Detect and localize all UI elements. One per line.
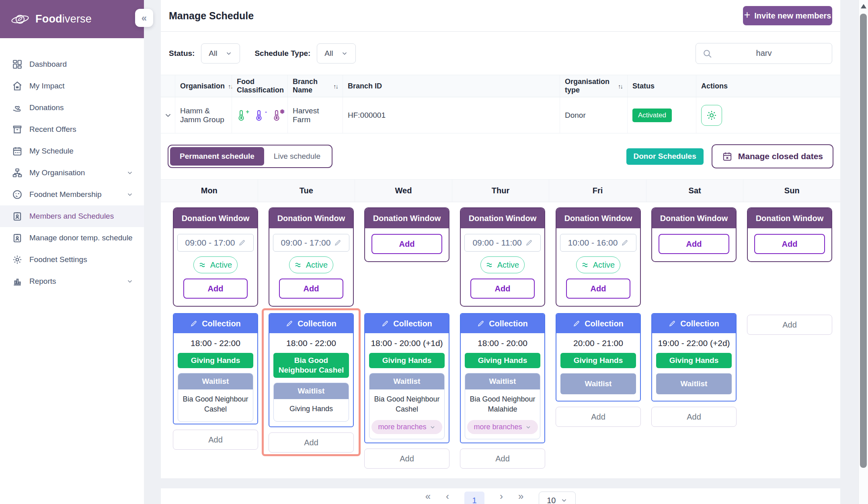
calendar-x-icon	[722, 151, 733, 162]
active-status-pill-thur[interactable]: Active	[480, 256, 525, 273]
sitemap-icon	[12, 168, 23, 178]
scrollbar-thumb[interactable]	[860, 14, 867, 468]
sidebar-item-foodnet-membership[interactable]: Foodnet Membership	[0, 184, 144, 205]
donation-add-button-sat[interactable]: Add	[659, 234, 729, 254]
home-icon	[12, 81, 23, 91]
collection-header-fri[interactable]: Collection	[556, 314, 640, 333]
collection-add-button-sat[interactable]: Add	[651, 407, 737, 427]
first-page-button[interactable]: «	[425, 491, 431, 502]
waitlist-badge: Waitlist	[274, 383, 349, 399]
branch-name-cell: Harvest Farm	[287, 97, 343, 133]
donation-add-button-sun[interactable]: Add	[754, 234, 825, 254]
donation-window-header: Donation Window	[652, 208, 736, 228]
donation-time-input-mon[interactable]: 09:00 - 17:00	[177, 234, 254, 252]
sidebar-item-my-organisation[interactable]: My Organisation	[0, 162, 144, 184]
active-status-pill-mon[interactable]: Active	[193, 256, 238, 273]
table-row: Hamm & Jamm Group +-❅ Harvest Farm HF:00…	[161, 97, 840, 133]
donation-time-input-fri[interactable]: 10:00 - 16:00	[560, 234, 636, 252]
row-settings-button[interactable]	[701, 105, 722, 126]
collection-time: 20:00 - 21:00	[556, 338, 640, 348]
sidebar-item-my-impact[interactable]: My Impact	[0, 75, 144, 97]
foodiverse-logo-icon	[10, 11, 30, 27]
collection-header-wed[interactable]: Collection	[365, 314, 449, 333]
collection-header-mon[interactable]: Collection	[174, 314, 257, 333]
sidebar-item-foodnet-settings[interactable]: Foodnet Settings	[0, 249, 144, 270]
current-page-button[interactable]: 1	[464, 492, 484, 504]
donation-add-button-thur[interactable]: Add	[470, 279, 535, 299]
sidebar-item-reports[interactable]: Reports	[0, 270, 144, 292]
manage-closed-dates-button[interactable]: Manage closed dates	[712, 144, 833, 168]
sort-arrows-icon[interactable]: ↑↓	[333, 83, 338, 90]
collection-add-button-wed[interactable]: Add	[364, 449, 449, 469]
sidebar-item-recent-offers[interactable]: Recent Offers	[0, 119, 144, 140]
schedule-column-sun: Donation Window AddAdd	[747, 207, 832, 335]
day-header-mon: Mon	[161, 180, 258, 202]
sidebar-item-donations[interactable]: Donations	[0, 97, 144, 119]
sidebar-item-manage-donor-temp-schedule[interactable]: Manage donor temp. schedule	[0, 227, 144, 249]
collection-add-button-fri[interactable]: Add	[556, 407, 641, 427]
assigned-branch-badge: Giving Hands	[465, 353, 540, 368]
sidebar-item-members-and-schedules[interactable]: Members and Schedules	[0, 205, 144, 227]
sidebar-item-dashboard[interactable]: Dashboard	[0, 53, 144, 75]
donation-add-button-fri[interactable]: Add	[566, 279, 630, 299]
active-status-pill-tue[interactable]: Active	[289, 256, 333, 273]
collection-add-button-mon[interactable]: Add	[173, 430, 258, 450]
page-size-select[interactable]: 10	[539, 492, 576, 504]
collection-header-tue[interactable]: Collection	[269, 314, 353, 333]
scrollbar[interactable]	[858, 0, 868, 504]
collection-card-mon: Collection 18:00 - 22:00 Giving Hands Wa…	[173, 313, 258, 424]
tab-permanent-schedule[interactable]: Permanent schedule	[170, 147, 264, 166]
column-header-branch-name: Branch Name↑↓	[287, 75, 343, 97]
sidebar-collapse-button[interactable]: «	[135, 9, 153, 27]
more-branches-toggle[interactable]: more branches	[467, 420, 538, 434]
wave-icon	[199, 262, 207, 268]
collection-header-thur[interactable]: Collection	[461, 314, 544, 333]
donation-add-button-mon[interactable]: Add	[183, 279, 248, 299]
app-root: Foodiverse Dashboard My Impact Donations…	[0, 0, 868, 504]
wave-icon	[295, 262, 303, 268]
search-input[interactable]	[696, 43, 832, 64]
collection-add-button-tue[interactable]: Add	[269, 432, 354, 453]
schedule-cards-area: Donation Window 09:00 - 17:00 Active Add…	[161, 202, 840, 479]
chevron-down-icon	[126, 169, 133, 176]
more-branches-toggle[interactable]: more branches	[371, 420, 442, 434]
collection-time: 18:00 - 20:00 (+1d)	[365, 338, 449, 348]
thermometer-chilled-icon: -	[254, 110, 263, 121]
collection-add-button-thur[interactable]: Add	[460, 449, 545, 469]
collection-card-fri: Collection 20:00 - 21:00 Giving HandsWai…	[556, 313, 641, 402]
waitlist-item: Bia Good Neighbour Malahide	[465, 389, 540, 416]
collection-header-sat[interactable]: Collection	[652, 314, 736, 333]
row-expander-chevron-icon[interactable]	[164, 111, 172, 120]
status-filter-select[interactable]: All	[201, 43, 240, 64]
previous-page-button[interactable]: ‹	[446, 491, 449, 502]
donation-time-input-thur[interactable]: 09:00 - 11:00	[464, 234, 541, 252]
pencil-icon	[525, 239, 533, 246]
scrollbar-up-arrow[interactable]	[861, 4, 866, 8]
donation-time-input-tue[interactable]: 09:00 - 17:00	[273, 234, 349, 252]
day-header-sun: Sun	[743, 180, 840, 202]
status-filter-label: Status:	[169, 49, 195, 58]
logo-wordmark: Foodiverse	[35, 13, 92, 25]
chevron-down-icon	[560, 497, 568, 504]
status-badge: Activated	[632, 109, 672, 122]
branch-id-cell: HF:000001	[343, 97, 560, 133]
tab-live-schedule[interactable]: Live schedule	[264, 147, 330, 166]
donation-add-button-wed[interactable]: Add	[371, 234, 442, 254]
waitlist-badge: Waitlist	[560, 373, 636, 394]
last-page-button[interactable]: »	[518, 491, 523, 502]
schedule-type-select[interactable]: All	[317, 43, 356, 64]
sidebar-item-my-schedule[interactable]: My Schedule	[0, 140, 144, 162]
donation-window-header: Donation Window	[174, 208, 257, 228]
day-header-tue: Tue	[258, 180, 355, 202]
sort-arrows-icon[interactable]: ↑↓	[618, 83, 622, 90]
table-header-row: Organisation↑↓Food ClassificationBranch …	[161, 75, 840, 97]
plus-icon: +	[744, 10, 751, 20]
schedule-column-wed: Donation Window Add Collection 18:00 - 2…	[364, 207, 449, 469]
collection-add-button-sun[interactable]: Add	[747, 315, 832, 335]
id-card-icon	[12, 211, 23, 221]
active-status-pill-fri[interactable]: Active	[576, 256, 620, 273]
waitlist-box: Waitlist Bia Good Neighbour Cashel	[178, 373, 253, 422]
next-page-button[interactable]: ›	[500, 491, 503, 502]
donation-add-button-tue[interactable]: Add	[279, 279, 343, 299]
invite-new-members-button[interactable]: + Invite new members	[743, 6, 832, 25]
